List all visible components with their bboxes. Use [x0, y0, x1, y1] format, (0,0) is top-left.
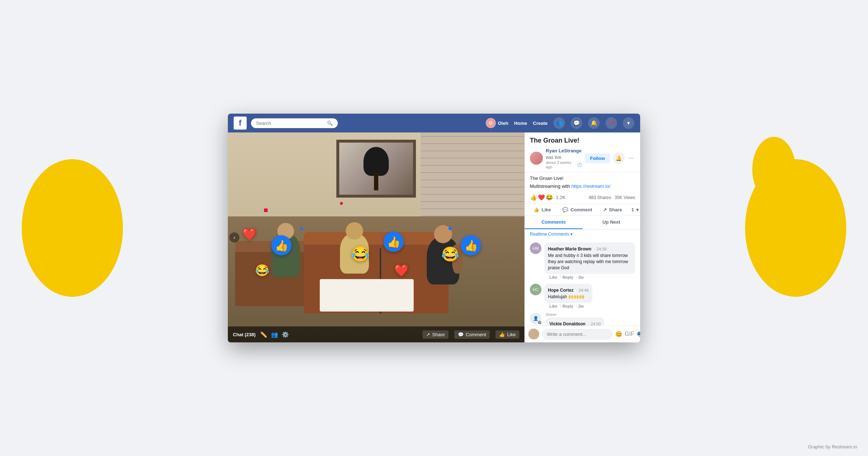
comment-author: Hope Cortez	[548, 288, 574, 293]
sidebar-header: The Groan Live! Ryan LeStrange was live.…	[525, 132, 640, 172]
post-text: The Groan Live! Multistreaming with http…	[525, 172, 640, 193]
sticker-icon[interactable]: 🎭	[637, 331, 640, 338]
emoji-input-icon[interactable]: 😊	[615, 331, 622, 338]
messenger-icon[interactable]: 💬	[571, 117, 582, 129]
comment-text: Me and hubby n 3 kids will share tomrrow…	[548, 253, 631, 271]
comment-input-area: 😊 GIF 🎭 📷	[525, 325, 640, 342]
bell-button[interactable]: 🔔	[613, 152, 625, 164]
like-thumb-icon: 👍	[533, 207, 539, 212]
facebook-window: f 🔍 O Oleh Home Create 👥 💬 🔔 ❓ ▾	[228, 114, 640, 342]
share-button[interactable]: ↗ Share	[595, 204, 630, 215]
author-status: was live.	[546, 155, 562, 160]
like-video-btn[interactable]: 👍 Like	[495, 330, 519, 339]
heart-emoji: ❤️	[242, 227, 257, 241]
realtime-comments-label[interactable]: Realtime Comments ▾	[525, 229, 640, 239]
video-bottom-bar: Chat (238) ✏️ 👥 ⚙️ ↗ Share 💬 Comment	[228, 326, 524, 342]
like-action[interactable]: Like	[549, 304, 557, 308]
watermark: Graphic by Restream.io	[808, 444, 857, 449]
people-icon[interactable]: 👥	[271, 331, 278, 338]
gif-icon[interactable]: GIF	[625, 331, 634, 338]
dot2	[300, 227, 303, 230]
comment-video-btn[interactable]: 💬 Comment	[454, 330, 490, 339]
reaction-stats: 883 Shares 35K Views	[589, 195, 635, 200]
nav-username: Oleh	[498, 121, 509, 126]
settings-icon[interactable]: ⚙️	[282, 331, 289, 338]
number-badge: 1	[631, 207, 634, 212]
avatar: O	[486, 118, 496, 128]
bell-icon[interactable]: 🔔	[588, 117, 600, 129]
comment-input[interactable]	[542, 329, 612, 339]
help-icon[interactable]: ❓	[605, 117, 617, 129]
comment-time: · 24:39	[594, 247, 607, 251]
tab-comments[interactable]: Comments	[525, 216, 583, 229]
comment-time: · 24:50	[588, 322, 601, 325]
haha-reaction: 😂	[546, 194, 553, 201]
multistream-text: Multistreaming with https://restream.io/	[530, 183, 635, 190]
wall-picture	[336, 140, 416, 198]
search-input[interactable]	[256, 121, 324, 126]
search-icon: 🔍	[327, 121, 333, 126]
reply-action[interactable]: · Reply	[560, 275, 573, 279]
share-arrow-icon: ↗	[603, 207, 607, 212]
comment-item: HC Hope Cortez · 24:46 Hallelujah 🙌🙌🙌 Li…	[525, 282, 640, 311]
comments-list: HM Heather Marie Brown · 24:39 Me and hu…	[525, 239, 640, 325]
comment-item: HM Heather Marie Brown · 24:39 Me and hu…	[525, 240, 640, 281]
restream-link[interactable]: https://restream.io/	[571, 183, 610, 189]
comments-sidebar: The Groan Live! Ryan LeStrange was live.…	[524, 132, 640, 342]
bg-shape-left	[22, 159, 123, 297]
comment-avatar: HC	[530, 284, 541, 295]
comment-time: · 24:46	[576, 288, 589, 292]
share-icon: ↗	[426, 332, 430, 337]
dot1	[264, 208, 268, 212]
video-scene: ❤️ 😂 👍 😂 👍 ❤️ 😂 👍	[228, 132, 524, 342]
clock-icon: 🕐	[577, 162, 582, 167]
nav-home-link[interactable]: Home	[514, 121, 527, 126]
video-bottom-actions: ↗ Share 💬 Comment 👍 Like	[422, 330, 519, 339]
dropdown-icon[interactable]: ▾	[623, 117, 634, 129]
like-icon: 👍	[499, 332, 505, 337]
video-nav-arrow[interactable]: ‹	[229, 232, 239, 242]
laugh-emoji-center: 😂	[351, 245, 370, 263]
sharer-label: Sharer	[546, 313, 604, 317]
friends-icon[interactable]: 👥	[553, 117, 565, 129]
shares-count: 883 Shares	[589, 195, 611, 200]
video-area: ❤️ 😂 👍 😂 👍 ❤️ 😂 👍 ‹	[228, 132, 524, 342]
facebook-nav: f 🔍 O Oleh Home Create 👥 💬 🔔 ❓ ▾	[228, 114, 640, 132]
more-options-button[interactable]: ···	[627, 153, 635, 163]
more-reactions-button[interactable]: 1 ▾	[630, 204, 640, 215]
like-button[interactable]: 👍 Like	[525, 204, 560, 215]
reaction-count: 1.2K	[556, 195, 566, 200]
comment-avatar: HM	[530, 242, 541, 254]
facebook-logo-icon[interactable]: f	[234, 117, 247, 130]
tab-up-next[interactable]: Up Next	[583, 216, 641, 229]
comment-button[interactable]: 💬 Comment	[560, 204, 595, 215]
views-count: 35K Views	[615, 195, 635, 200]
thumbs-up-center: 👍	[383, 232, 404, 252]
comment-item: 👤 ↗ Sharer Vickie Donaldson · 24:50 Shar…	[525, 311, 640, 325]
comment-author: Vickie Donaldson	[549, 321, 586, 325]
laugh-emoji-right: 😂	[441, 246, 459, 263]
nav-create-link[interactable]: Create	[533, 121, 548, 126]
comment-bubble-icon: 💬	[562, 207, 568, 212]
video-bottom-icons: ✏️ 👥 ⚙️	[260, 331, 289, 338]
author-meta: about 2 weeks ago 🕐	[546, 160, 582, 169]
thumbs-up-left: 👍	[271, 235, 292, 256]
nav-right: O Oleh Home Create 👥 💬 🔔 ❓ ▾	[486, 117, 635, 129]
main-content: ❤️ 😂 👍 😂 👍 ❤️ 😂 👍 ‹	[228, 132, 640, 342]
dot4	[448, 227, 452, 230]
reactions-row: 👍 ❤️ 😂 1.2K 883 Shares 35K Views	[525, 193, 640, 204]
sharer-badge: ↗	[537, 320, 542, 325]
edit-icon[interactable]: ✏️	[260, 331, 267, 338]
share-video-btn[interactable]: ↗ Share	[422, 330, 448, 339]
reply-action[interactable]: · Reply	[560, 304, 573, 308]
follow-button[interactable]: Follow	[585, 153, 610, 163]
author-avatar	[530, 152, 543, 165]
author-name[interactable]: Ryan LeStrange	[546, 148, 582, 153]
heart-reaction: ❤️	[538, 194, 545, 201]
sidebar-title: The Groan Live!	[530, 137, 635, 144]
like-reaction: 👍	[530, 194, 537, 201]
laugh-emoji: 😂	[255, 263, 269, 277]
comment-bubble: Hope Cortez · 24:46 Hallelujah 🙌🙌🙌	[544, 284, 592, 303]
nav-user[interactable]: O Oleh	[486, 118, 509, 128]
like-action[interactable]: Like	[549, 275, 557, 279]
